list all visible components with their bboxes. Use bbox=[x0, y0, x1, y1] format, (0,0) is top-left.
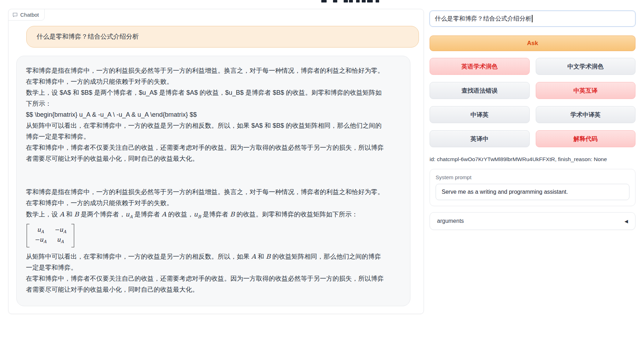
bot-message-bubble: 零和博弈是指在博弈中，一方的利益损失必然等于另一方的利益增益。换言之，对于每一种… bbox=[16, 56, 410, 306]
system-prompt-input[interactable]: Serve me as a writing and programming as… bbox=[436, 184, 629, 200]
controls-column: 什么是零和博弈？结合公式介绍分析 Ask 英语学术润色 中文学术润色 查找语法错… bbox=[430, 11, 635, 230]
zh-to-en-button[interactable]: 中译英 bbox=[430, 106, 530, 123]
matrix-cell: uA bbox=[34, 226, 47, 236]
find-grammar-errors-button[interactable]: 查找语法错误 bbox=[430, 82, 530, 99]
message-block-gap bbox=[26, 164, 401, 187]
matrix-cell: −uA bbox=[34, 236, 47, 246]
english-academic-polish-button[interactable]: 英语学术润色 bbox=[430, 58, 530, 75]
collapse-arrow-icon[interactable]: ◀ bbox=[624, 219, 628, 224]
response-meta-line: id: chatcmpl-6wOo7KrYTwMl89lbrMWRu4UkFFX… bbox=[430, 156, 635, 163]
matrix-right-bracket bbox=[71, 224, 74, 248]
chat-bubble-icon bbox=[12, 12, 18, 17]
bot-paragraph-rendered-4: 在零和博弈中，博弈者不仅要关注自己的收益，还需要考虑对手的收益。因为一方取得的收… bbox=[26, 273, 385, 295]
bot-paragraph-raw-4: 在零和博弈中，博弈者不仅要关注自己的收益，还需要考虑对手的收益。因为一方取得的收… bbox=[26, 142, 385, 164]
user-message-bubble: 什么是零和博弈？结合公式介绍分析 bbox=[26, 26, 419, 48]
chatbot-label: Chatbot bbox=[8, 9, 45, 21]
bot-paragraph-rendered-3: 从矩阵中可以看出，在零和博弈中，一方的收益是另一方的相反数。所以，如果 A 和 … bbox=[26, 251, 385, 273]
bot-paragraph-rendered-1: 零和博弈是指在博弈中，一方的利益损失必然等于另一方的利益增益。换言之，对于每一种… bbox=[26, 187, 385, 209]
function-button-grid: 英语学术润色 中文学术润色 查找语法错误 中英互译 中译英 学术中译英 英译中 … bbox=[430, 58, 635, 147]
chatbot-panel: Chatbot 什么是零和博弈？结合公式介绍分析 零和博弈是指在博弈中，一方的利… bbox=[8, 9, 424, 314]
user-message-text: 什么是零和博弈？结合公式介绍分析 bbox=[37, 33, 139, 40]
explain-code-button[interactable]: 解释代码 bbox=[536, 130, 636, 147]
en-to-zh-button[interactable]: 英译中 bbox=[430, 130, 530, 147]
payoff-matrix: uA −uA −uA uA bbox=[26, 222, 401, 251]
question-input[interactable]: 什么是零和博弈？结合公式介绍分析 bbox=[430, 11, 635, 27]
zh-en-mutual-translate-button[interactable]: 中英互译 bbox=[536, 82, 636, 99]
matrix-cell: uA bbox=[54, 236, 66, 246]
clipped-page-title bbox=[319, 0, 411, 3]
ask-button[interactable]: Ask bbox=[430, 35, 635, 51]
question-input-value: 什么是零和博弈？结合公式介绍分析 bbox=[435, 15, 531, 23]
academic-zh-to-en-button[interactable]: 学术中译英 bbox=[536, 106, 636, 123]
matrix-cell: −uA bbox=[54, 226, 66, 236]
bot-paragraph-rendered-2: 数学上，设 A 和 B 是两个博弈者，uA 是博弈者 A 的收益，uB 是博弈者… bbox=[26, 209, 385, 222]
bot-paragraph-raw-1: 零和博弈是指在博弈中，一方的利益损失必然等于另一方的利益增益。换言之，对于每一种… bbox=[26, 65, 385, 87]
bot-latex-source-line: $$ \begin{bmatrix} u_A & -u_A \ -u_A & u… bbox=[26, 109, 385, 120]
bot-paragraph-raw-2: 数学上，设 $A$ 和 $B$ 是两个博弈者，$u_A$ 是博弈者 $A$ 的收… bbox=[26, 87, 385, 109]
chatbot-label-text: Chatbot bbox=[20, 12, 39, 18]
gradio-app: Chatbot 什么是零和博弈？结合公式介绍分析 零和博弈是指在博弈中，一方的利… bbox=[0, 0, 644, 341]
arguments-accordion[interactable]: arguments ◀ bbox=[430, 212, 635, 230]
system-prompt-group: System prompt Serve me as a writing and … bbox=[430, 169, 635, 206]
text-caret bbox=[532, 15, 533, 22]
bot-paragraph-raw-3: 从矩阵中可以看出，在零和博弈中，一方的收益是另一方的相反数。所以，如果 $A$ … bbox=[26, 120, 385, 142]
system-prompt-label: System prompt bbox=[436, 174, 629, 180]
chinese-academic-polish-button[interactable]: 中文学术润色 bbox=[536, 58, 636, 75]
matrix-left-bracket bbox=[27, 224, 29, 248]
accordion-label: arguments bbox=[437, 218, 464, 224]
